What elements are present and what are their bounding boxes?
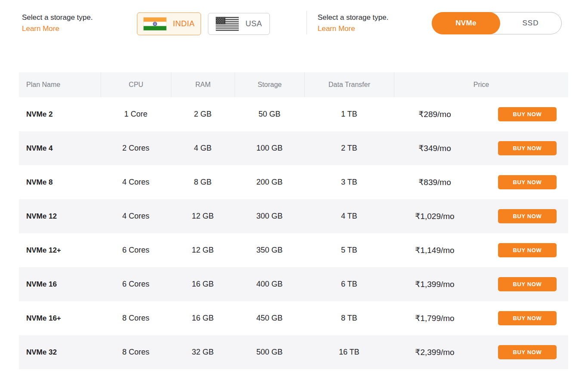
data-transfer-cell: 16 TB [304, 348, 394, 357]
ram-cell: 16 GB [171, 280, 235, 289]
table-row: NVMe 2 1 Core 2 GB 50 GB 1 TB ₹289/mo BU… [19, 97, 568, 131]
price-cell: ₹1,029/mo BUY NOW [394, 209, 568, 223]
cpu-cell: 6 Cores [101, 246, 171, 255]
ram-cell: 16 GB [171, 314, 235, 323]
table-row: NVMe 12+ 6 Cores 12 GB 350 GB 5 TB ₹1,14… [19, 233, 568, 267]
price-cell: ₹349/mo BUY NOW [394, 141, 568, 155]
plan-name-cell: NVMe 2 [19, 110, 101, 119]
plan-name-cell: NVMe 4 [19, 144, 101, 153]
region-button-india[interactable]: INDIA [137, 12, 201, 35]
price-value: ₹289/mo [394, 109, 476, 119]
ram-cell: 12 GB [171, 246, 235, 255]
buy-now-button[interactable]: BUY NOW [498, 277, 557, 291]
data-transfer-cell: 2 TB [304, 144, 394, 153]
table-row: NVMe 4 2 Cores 4 GB 100 GB 2 TB ₹349/mo … [19, 131, 568, 165]
storage-cell: 200 GB [235, 178, 304, 187]
price-cell: ₹289/mo BUY NOW [394, 107, 568, 121]
header-price: Price [394, 72, 568, 97]
data-transfer-cell: 8 TB [304, 314, 394, 323]
plan-name-cell: NVMe 32 [19, 348, 101, 357]
buy-now-button[interactable]: BUY NOW [498, 243, 557, 257]
table-row: NVMe 8 4 Cores 8 GB 200 GB 3 TB ₹839/mo … [19, 165, 568, 199]
left-learn-more-link[interactable]: Learn More [22, 25, 93, 33]
price-cell: ₹1,399/mo BUY NOW [394, 277, 568, 291]
plans-table: Plan Name CPU RAM Storage Data Transfer … [19, 72, 568, 369]
right-intro-title: Select a storage type. [318, 13, 388, 22]
storage-cell: 300 GB [235, 212, 304, 221]
pricing-section: Select a storage type. Learn More INDIA [0, 0, 588, 392]
cpu-cell: 1 Core [101, 110, 171, 119]
buy-now-button[interactable]: BUY NOW [498, 311, 557, 325]
price-value: ₹1,799/mo [394, 313, 476, 323]
table-row: NVMe 32 8 Cores 32 GB 500 GB 16 TB ₹2,39… [19, 335, 568, 369]
data-transfer-cell: 4 TB [304, 212, 394, 221]
header-ram: RAM [171, 72, 235, 97]
usa-button-label: USA [245, 19, 262, 28]
ram-cell: 32 GB [171, 348, 235, 357]
storage-cell: 100 GB [235, 144, 304, 153]
price-value: ₹1,399/mo [394, 279, 476, 289]
cpu-cell: 6 Cores [101, 280, 171, 289]
header-data-transfer: Data Transfer [304, 72, 394, 97]
data-transfer-cell: 6 TB [304, 280, 394, 289]
price-value: ₹1,029/mo [394, 211, 476, 221]
table-row: NVMe 12 4 Cores 12 GB 300 GB 4 TB ₹1,029… [19, 199, 568, 233]
storage-cell: 400 GB [235, 280, 304, 289]
india-button-label: INDIA [173, 19, 195, 28]
buy-now-button[interactable]: BUY NOW [498, 345, 557, 359]
price-value: ₹839/mo [394, 177, 476, 187]
cpu-cell: 8 Cores [101, 314, 171, 323]
india-flag-icon [143, 17, 167, 31]
ram-cell: 12 GB [171, 212, 235, 221]
price-cell: ₹839/mo BUY NOW [394, 175, 568, 189]
plan-name-cell: NVMe 12 [19, 212, 101, 221]
buy-now-button[interactable]: BUY NOW [498, 141, 557, 155]
plan-name-cell: NVMe 16+ [19, 314, 101, 323]
cpu-cell: 4 Cores [101, 178, 171, 187]
right-intro: Select a storage type. Learn More [318, 13, 388, 33]
cpu-cell: 2 Cores [101, 144, 171, 153]
storage-type-toggle: NVMe SSD [432, 12, 562, 34]
plan-name-cell: NVMe 8 [19, 178, 101, 187]
buy-now-button[interactable]: BUY NOW [498, 209, 557, 223]
price-value: ₹1,149/mo [394, 245, 476, 255]
buy-now-button[interactable]: BUY NOW [498, 175, 557, 189]
left-intro: Select a storage type. Learn More [22, 13, 93, 33]
price-cell: ₹1,149/mo BUY NOW [394, 243, 568, 257]
ram-cell: 8 GB [171, 178, 235, 187]
data-transfer-cell: 1 TB [304, 110, 394, 119]
plan-name-cell: NVMe 16 [19, 280, 101, 289]
section-divider [306, 11, 307, 34]
right-learn-more-link[interactable]: Learn More [318, 25, 388, 33]
toggle-option-ssd[interactable]: SSD [500, 12, 561, 34]
data-transfer-cell: 5 TB [304, 246, 394, 255]
plan-name-cell: NVMe 12+ [19, 246, 101, 255]
header-storage: Storage [235, 72, 304, 97]
table-row: NVMe 16+ 8 Cores 16 GB 450 GB 8 TB ₹1,79… [19, 301, 568, 335]
storage-cell: 450 GB [235, 314, 304, 323]
storage-cell: 50 GB [235, 110, 304, 119]
toggle-option-nvme[interactable]: NVMe [432, 12, 500, 34]
table-header-row: Plan Name CPU RAM Storage Data Transfer … [19, 72, 568, 97]
data-transfer-cell: 3 TB [304, 178, 394, 187]
price-cell: ₹2,399/mo BUY NOW [394, 345, 568, 359]
cpu-cell: 8 Cores [101, 348, 171, 357]
ram-cell: 4 GB [171, 144, 235, 153]
header-cpu: CPU [101, 72, 171, 97]
usa-flag-icon [216, 17, 239, 31]
left-intro-title: Select a storage type. [22, 13, 93, 22]
region-button-usa[interactable]: USA [208, 13, 270, 35]
price-value: ₹2,399/mo [394, 347, 476, 357]
header-plan-name: Plan Name [19, 72, 101, 97]
buy-now-button[interactable]: BUY NOW [498, 107, 557, 121]
ram-cell: 2 GB [171, 110, 235, 119]
table-row: NVMe 16 6 Cores 16 GB 400 GB 6 TB ₹1,399… [19, 267, 568, 301]
cpu-cell: 4 Cores [101, 212, 171, 221]
storage-cell: 350 GB [235, 246, 304, 255]
price-value: ₹349/mo [394, 143, 476, 153]
table-body: NVMe 2 1 Core 2 GB 50 GB 1 TB ₹289/mo BU… [19, 97, 568, 369]
price-cell: ₹1,799/mo BUY NOW [394, 311, 568, 325]
storage-cell: 500 GB [235, 348, 304, 357]
